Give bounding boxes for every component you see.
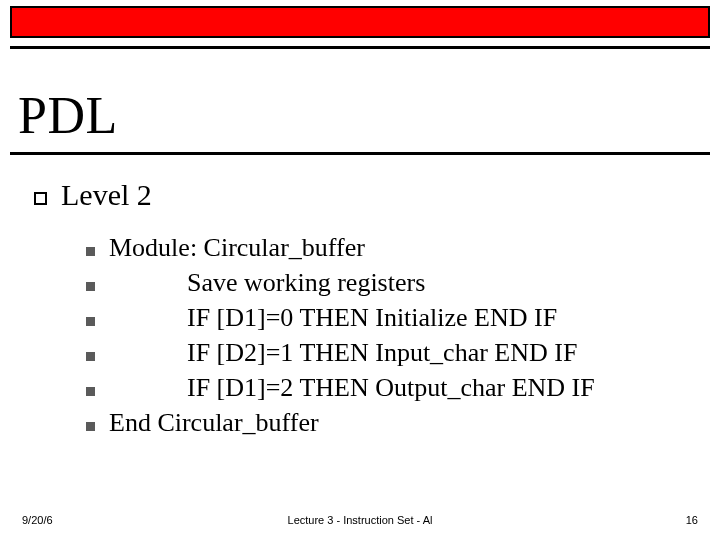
square-bullet-icon — [86, 352, 95, 361]
list-item: Module: Circular_buffer — [86, 230, 700, 265]
level1-text: Level 2 — [61, 178, 152, 212]
square-bullet-icon — [86, 422, 95, 431]
list-item-text: End Circular_buffer — [109, 405, 319, 440]
divider-under-title — [10, 152, 710, 155]
slide: PDL Level 2 Module: Circular_buffer Save… — [0, 0, 720, 540]
list-item-text: IF [D1]=0 THEN Initialize END IF — [109, 300, 557, 335]
divider-top — [10, 46, 710, 49]
list-item: End Circular_buffer — [86, 405, 700, 440]
list-item-text: IF [D1]=2 THEN Output_char END IF — [109, 370, 595, 405]
list-item: IF [D1]=2 THEN Output_char END IF — [86, 370, 700, 405]
square-bullet-icon — [86, 317, 95, 326]
header-red-band — [10, 6, 710, 38]
square-bullet-icon — [86, 282, 95, 291]
list-item-text: Save working registers — [109, 265, 425, 300]
footer: 9/20/6 Lecture 3 - Instruction Set - Al … — [22, 514, 698, 526]
level2-list: Module: Circular_buffer Save working reg… — [86, 230, 700, 441]
square-bullet-icon — [86, 387, 95, 396]
list-item: IF [D2]=1 THEN Input_char END IF — [86, 335, 700, 370]
list-item: IF [D1]=0 THEN Initialize END IF — [86, 300, 700, 335]
top-bar — [10, 6, 710, 38]
square-bullet-icon — [34, 192, 47, 205]
list-item: Save working registers — [86, 265, 700, 300]
footer-center: Lecture 3 - Instruction Set - Al — [22, 514, 698, 526]
square-bullet-icon — [86, 247, 95, 256]
content-area: Level 2 Module: Circular_buffer Save wor… — [34, 178, 700, 441]
slide-title: PDL — [18, 86, 118, 145]
level1-item: Level 2 — [34, 178, 700, 212]
list-item-text: Module: Circular_buffer — [109, 230, 365, 265]
list-item-text: IF [D2]=1 THEN Input_char END IF — [109, 335, 577, 370]
